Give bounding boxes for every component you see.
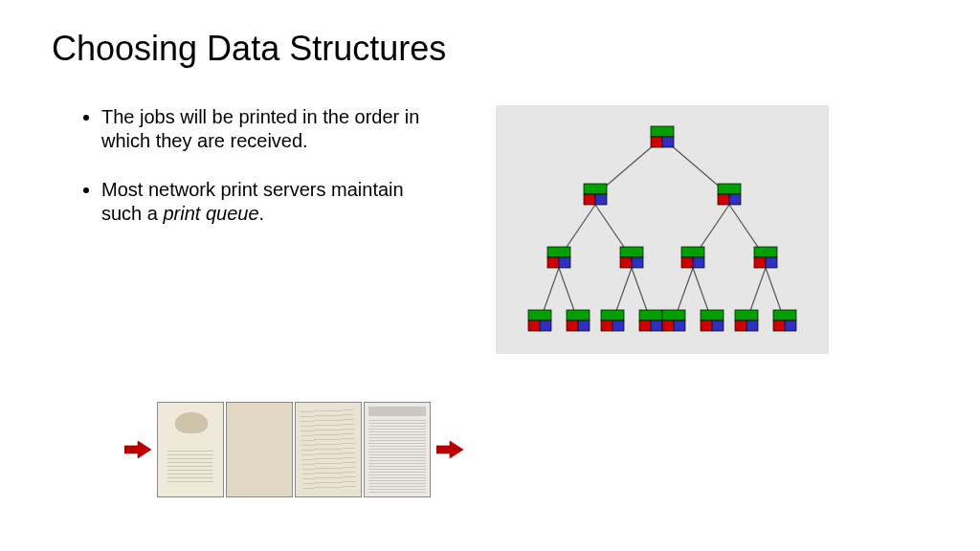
svg-rect-48	[662, 320, 674, 331]
print-queue-illustration	[124, 402, 463, 497]
svg-rect-35	[528, 310, 551, 320]
svg-rect-55	[746, 320, 758, 331]
svg-rect-32	[754, 247, 777, 257]
bullet-list: The jobs will be printed in the order in…	[82, 105, 427, 251]
queue-doc	[364, 402, 431, 497]
svg-rect-42	[601, 320, 612, 331]
svg-rect-34	[766, 257, 777, 268]
queue-doc	[226, 402, 293, 497]
svg-rect-50	[701, 310, 724, 320]
svg-rect-39	[567, 320, 578, 331]
slide-title: Choosing Data Structures	[52, 29, 446, 69]
svg-rect-53	[735, 310, 758, 320]
svg-rect-22	[729, 194, 741, 205]
svg-rect-15	[651, 137, 662, 147]
svg-rect-24	[547, 257, 559, 268]
queue-doc	[295, 402, 362, 497]
svg-rect-37	[540, 320, 551, 331]
svg-rect-20	[718, 184, 741, 194]
tree-diagram	[496, 105, 829, 354]
queue-documents	[157, 402, 431, 497]
svg-rect-21	[718, 194, 729, 205]
bullet-text-italic: print queue	[163, 203, 258, 224]
arrow-in-icon	[124, 441, 151, 458]
svg-rect-31	[693, 257, 704, 268]
svg-rect-17	[584, 184, 607, 194]
svg-rect-52	[712, 320, 724, 331]
svg-rect-41	[601, 310, 624, 320]
svg-rect-40	[578, 320, 590, 331]
svg-rect-56	[773, 310, 796, 320]
svg-rect-30	[681, 257, 693, 268]
svg-rect-45	[639, 320, 651, 331]
svg-rect-49	[674, 320, 685, 331]
svg-rect-18	[584, 194, 595, 205]
bullet-item: The jobs will be printed in the order in…	[101, 105, 427, 153]
svg-rect-25	[559, 257, 570, 268]
svg-rect-36	[528, 320, 540, 331]
queue-doc	[157, 402, 224, 497]
svg-rect-57	[773, 320, 785, 331]
bullet-text-post: .	[259, 203, 265, 224]
bullet-text: The jobs will be printed in the order in…	[101, 106, 419, 151]
svg-rect-58	[785, 320, 796, 331]
svg-rect-26	[620, 247, 643, 257]
svg-rect-38	[567, 310, 590, 320]
svg-rect-47	[662, 310, 685, 320]
svg-rect-29	[681, 247, 704, 257]
svg-marker-60	[436, 441, 463, 458]
svg-rect-23	[547, 247, 570, 257]
svg-rect-14	[651, 126, 674, 137]
svg-rect-16	[662, 137, 674, 147]
bullet-item: Most network print servers maintain such…	[101, 178, 427, 226]
arrow-out-icon	[436, 441, 463, 458]
svg-rect-33	[754, 257, 766, 268]
svg-marker-59	[124, 441, 151, 458]
slide: { "title": "Choosing Data Structures", "…	[0, 0, 980, 551]
svg-rect-28	[632, 257, 643, 268]
svg-rect-19	[595, 194, 607, 205]
svg-rect-44	[639, 310, 662, 320]
svg-rect-51	[701, 320, 712, 331]
svg-rect-43	[612, 320, 624, 331]
svg-rect-27	[620, 257, 632, 268]
svg-rect-54	[735, 320, 746, 331]
svg-rect-46	[651, 320, 662, 331]
tree-svg	[496, 105, 829, 354]
